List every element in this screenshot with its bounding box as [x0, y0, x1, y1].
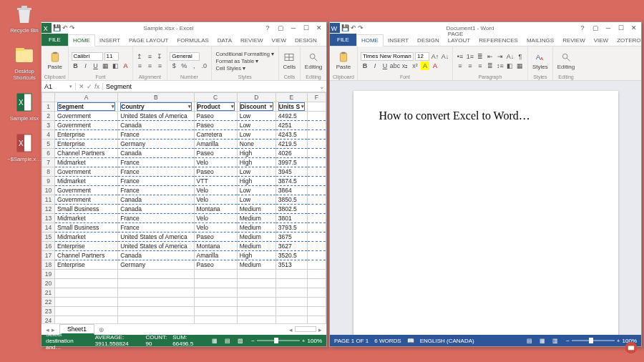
desktop-shortcuts[interactable]: Desktop Shortcuts — [4, 44, 44, 81]
cell[interactable]: Velo — [194, 186, 237, 195]
align-bot-icon[interactable]: ↧ — [155, 52, 164, 61]
tab-formulas[interactable]: FORMULAS — [172, 35, 213, 46]
add-sheet-button[interactable]: ⊕ — [94, 326, 109, 333]
cancel-formula-icon[interactable]: ✕ — [79, 83, 84, 90]
cell[interactable]: Government — [55, 121, 118, 130]
cell[interactable]: Channel Partners — [55, 149, 118, 158]
sample-xlsx[interactable]: X Sample.xlsx — [4, 91, 44, 122]
shading-icon[interactable]: ◧ — [506, 62, 514, 70]
multilevel-icon[interactable]: ≣ — [476, 52, 484, 61]
row-header[interactable]: 17 — [42, 251, 55, 260]
paste-button[interactable]: Paste — [46, 52, 63, 70]
cell[interactable]: France — [118, 186, 194, 195]
font-name[interactable] — [72, 52, 103, 61]
cell[interactable]: Medium — [237, 242, 275, 251]
line-spacing-icon[interactable]: ↕≡ — [496, 62, 504, 70]
cell[interactable]: United States of America — [118, 233, 194, 242]
row-header[interactable]: 11 — [42, 195, 55, 205]
align-right-icon[interactable]: ≡ — [155, 62, 164, 70]
cell-styles[interactable]: Cell Styles ▾ — [216, 65, 275, 72]
view-print-icon[interactable]: ▦ — [537, 338, 547, 344]
sub-button[interactable]: x₂ — [401, 62, 409, 70]
view-break-icon[interactable]: ▧ — [235, 338, 245, 344]
underline-button[interactable]: U — [92, 62, 100, 70]
zoom-control[interactable]: −+100% — [251, 338, 322, 344]
cell[interactable]: Medium — [237, 260, 275, 270]
file-tab[interactable]: FILE — [330, 34, 356, 46]
showpara-icon[interactable]: ¶ — [516, 52, 525, 61]
font-color-button[interactable]: A — [431, 62, 439, 70]
cell[interactable]: Germany — [118, 140, 194, 149]
cell[interactable]: Velo — [194, 195, 237, 205]
save-icon[interactable]: 💾 — [341, 24, 349, 31]
inc-dec-icon[interactable]: .0 — [200, 62, 208, 70]
ribbon-toggle-icon[interactable]: ▢ — [275, 24, 286, 32]
recycle-bin[interactable]: Recycle Bin — [4, 3, 44, 34]
cell[interactable]: Medium — [237, 214, 275, 223]
align-top-icon[interactable]: ↥ — [135, 52, 144, 61]
cell[interactable]: 4026 — [275, 149, 307, 158]
cell[interactable]: Government — [55, 167, 118, 177]
cell[interactable]: High — [237, 158, 275, 167]
tab-review[interactable]: REVIEW — [558, 35, 590, 46]
tab-home[interactable]: HOME — [68, 34, 95, 47]
cell[interactable]: Midmarket — [55, 214, 118, 223]
number-format[interactable] — [170, 52, 200, 61]
cell[interactable]: Canada — [118, 149, 194, 158]
currency-icon[interactable]: $ — [170, 62, 178, 70]
cell[interactable]: Amarilla — [194, 140, 237, 149]
cell[interactable]: 3850.5 — [275, 195, 307, 205]
borders-icon[interactable]: ▦ — [516, 62, 525, 70]
fill-color-button[interactable]: ◧ — [112, 62, 120, 70]
save-icon[interactable]: 💾 — [53, 24, 61, 31]
cell[interactable]: Midmarket — [55, 158, 118, 167]
tab-review[interactable]: REVIEW — [236, 35, 268, 46]
format-as-table[interactable]: Format as Table ▾ — [216, 58, 275, 64]
table-header-cell[interactable]: Product — [194, 102, 237, 112]
cell[interactable]: Velo — [194, 158, 237, 167]
bullets-icon[interactable]: •≡ — [456, 52, 464, 61]
row-header[interactable]: 8 — [42, 167, 55, 177]
cell[interactable]: VTT — [194, 177, 237, 186]
bold-button[interactable]: B — [361, 62, 369, 70]
maximize-button[interactable]: ☐ — [301, 24, 312, 32]
document-area[interactable]: How to convert Excel to Word… — [330, 81, 641, 335]
row-header[interactable]: 18 — [42, 260, 55, 270]
col-header[interactable]: A — [55, 93, 118, 102]
cell[interactable]: 4251 — [275, 121, 307, 130]
border-button[interactable]: ▦ — [102, 62, 110, 70]
cell[interactable]: Canada — [118, 121, 194, 130]
tab-zotero[interactable]: ZOTERO — [613, 35, 644, 46]
align-right-icon[interactable]: ≡ — [476, 62, 484, 70]
cell[interactable]: Montana — [194, 242, 237, 251]
cell[interactable]: Enterprise — [55, 140, 118, 149]
cell[interactable]: 3513 — [275, 260, 307, 270]
font-color-button[interactable]: A — [122, 62, 130, 70]
cell[interactable]: 4243.5 — [275, 130, 307, 140]
paste-button[interactable]: Paste — [335, 52, 352, 70]
undo-icon[interactable]: ↶ — [351, 24, 356, 31]
cell[interactable]: Velo — [194, 214, 237, 223]
editing-button[interactable]: Editing — [556, 52, 576, 70]
cell[interactable]: Enterprise — [55, 130, 118, 140]
col-header[interactable]: D — [237, 93, 275, 102]
cell[interactable]: Midmarket — [55, 233, 118, 242]
table-header-cell[interactable]: Segment — [55, 102, 118, 112]
row-header[interactable]: 4 — [42, 130, 55, 140]
cell[interactable]: Government — [55, 186, 118, 195]
sample-xlsx-temp[interactable]: X ~$Sample.x… — [4, 132, 44, 162]
tab-insert[interactable]: INSERT — [95, 35, 125, 46]
cell[interactable]: Medium — [237, 233, 275, 242]
cell[interactable]: Carretera — [194, 130, 237, 140]
highlight-button[interactable]: A — [421, 62, 429, 70]
strike-button[interactable]: abc — [391, 62, 399, 70]
cell[interactable]: United States of America — [118, 242, 194, 251]
row-header[interactable]: 14 — [42, 223, 55, 233]
cell[interactable]: Canada — [118, 195, 194, 205]
cell[interactable]: Amarilla — [194, 251, 237, 260]
table-header-cell[interactable]: Discount — [237, 102, 275, 112]
word-count[interactable]: 6 WORDS — [374, 338, 401, 344]
align-center-icon[interactable]: ≡ — [466, 62, 474, 70]
row-header[interactable]: 19 — [42, 270, 55, 279]
cell[interactable]: Paseo — [194, 149, 237, 158]
